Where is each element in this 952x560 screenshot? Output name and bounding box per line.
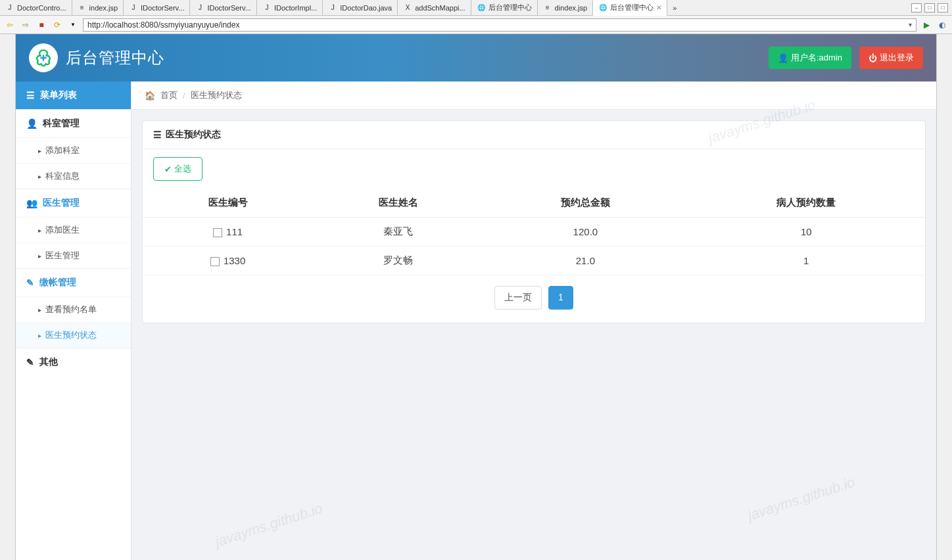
more-tabs-button[interactable]: » (667, 0, 682, 16)
menu-item[interactable]: 科室信息 (16, 163, 131, 189)
ide-tab[interactable]: XaddSchMappi... (398, 0, 471, 16)
user-label: 用户名:admin (791, 52, 842, 64)
ide-tab[interactable]: JIDoctorServ... (124, 0, 190, 16)
breadcrumb-home[interactable]: 首页 (160, 89, 178, 101)
cell-amount: 21.0 (483, 246, 687, 275)
section-icon: ✎ (26, 277, 34, 288)
tab-label: IDoctorServ... (141, 4, 184, 12)
ide-tab[interactable]: JIDoctorServ... (190, 0, 256, 16)
select-all-button[interactable]: ✔ 全选 (153, 157, 202, 181)
menu-item[interactable]: 添加医生 (16, 217, 131, 243)
table-header: 医生姓名 (313, 189, 483, 218)
menu-section[interactable]: 👥医生管理 (16, 189, 131, 217)
url-dropdown-icon[interactable]: ▾ (909, 21, 912, 28)
file-icon: 🌐 (477, 3, 486, 12)
table-header: 病人预约数量 (688, 189, 925, 218)
cell-count: 10 (688, 218, 925, 246)
sidebar: ☰ 菜单列表 👤科室管理添加科室科室信息👥医生管理添加医生医生管理✎缴帐管理查看… (16, 82, 131, 560)
minimize-icon[interactable]: – (911, 3, 922, 12)
menu-item[interactable]: 添加科室 (16, 137, 131, 163)
panel-toolbar: ✔ 全选 (143, 149, 925, 189)
url-bar[interactable]: http://localhost:8080/ssmyiyuanyuyue/ind… (83, 18, 916, 32)
cell-name: 秦亚飞 (313, 218, 483, 246)
list-icon: ☰ (153, 129, 162, 140)
back-icon[interactable]: ⇦ (4, 19, 16, 31)
file-icon: J (195, 3, 204, 12)
panel-title: 医生预约状态 (166, 129, 221, 141)
section-title: 其他 (39, 356, 58, 368)
prev-page-button[interactable]: 上一页 (494, 286, 542, 310)
go-icon[interactable]: ▶ (920, 19, 932, 31)
menu-section[interactable]: 👤科室管理 (16, 109, 131, 137)
stop-icon[interactable]: ■ (36, 19, 47, 31)
section-icon: ✎ (26, 357, 34, 367)
section-title: 缴帐管理 (39, 277, 76, 289)
ide-tab[interactable]: JIDoctorImpl... (257, 0, 323, 16)
logout-button[interactable]: ⏻ 退出登录 (859, 47, 923, 69)
list-icon: ☰ (26, 90, 35, 101)
table-row: 1330罗文畅21.01 (143, 246, 925, 275)
dropdown-icon[interactable]: ▼ (67, 19, 79, 31)
tab-label: 后台管理中心 (488, 3, 532, 12)
home-icon: 🏠 (145, 91, 155, 101)
menu-item-label: 科室信息 (45, 170, 80, 182)
ide-tab[interactable]: JIDoctorDao.java (323, 0, 398, 16)
close-icon[interactable]: ✕ (656, 4, 661, 11)
check-icon: ✔ (164, 164, 172, 174)
menu-item-label: 医生管理 (45, 250, 80, 262)
table-header: 医生编号 (143, 189, 313, 218)
section-title: 医生管理 (43, 197, 80, 209)
file-icon: J (328, 3, 337, 12)
breadcrumb-current: 医生预约状态 (191, 89, 242, 101)
browser-icon[interactable]: ◐ (936, 19, 948, 31)
ide-nav-toolbar: ⇦ ⇨ ■ ⟳ ▼ http://localhost:8080/ssmyiyua… (0, 16, 952, 34)
ide-tab[interactable]: JDoctorContro... (0, 0, 72, 16)
refresh-icon[interactable]: ⟳ (51, 19, 63, 31)
menu-item-label: 添加科室 (45, 145, 80, 156)
select-all-label: 全选 (174, 163, 191, 175)
ide-tab[interactable]: ≡dindex.jsp (538, 0, 594, 16)
menu-header: ☰ 菜单列表 (16, 82, 131, 109)
forward-icon[interactable]: ⇨ (20, 19, 32, 31)
file-icon: 🌐 (598, 3, 607, 12)
menu-item-label: 添加医生 (45, 224, 80, 236)
ide-right-gutter (936, 34, 952, 560)
menu-section[interactable]: ✎其他 (16, 348, 131, 376)
section-icon: 👤 (26, 118, 37, 129)
ide-tab[interactable]: ≡index.jsp (72, 0, 124, 16)
breadcrumb-separator: / (183, 91, 185, 101)
tab-label: index.jsp (89, 4, 118, 12)
file-icon: ≡ (543, 3, 552, 12)
file-icon: ≡ (78, 3, 87, 12)
app-body: ☰ 菜单列表 👤科室管理添加科室科室信息👥医生管理添加医生医生管理✎缴帐管理查看… (16, 82, 936, 560)
row-checkbox[interactable] (213, 228, 222, 237)
data-table: 医生编号医生姓名预约总金额病人预约数量 111秦亚飞120.0101330罗文畅… (143, 189, 925, 275)
ide-tab[interactable]: 🌐后台管理中心✕ (593, 0, 667, 16)
user-button[interactable]: 👤 用户名:admin (769, 47, 851, 69)
menu-item-label: 查看预约名单 (45, 304, 97, 315)
row-checkbox[interactable] (210, 257, 220, 266)
menu-section[interactable]: ✎缴帐管理 (16, 268, 131, 296)
content-area: 🏠 首页 / 医生预约状态 ☰ 医生预约状态 ✔ 全选 医生编号医生姓名预约总 (131, 82, 936, 560)
menu-item[interactable]: 医生管理 (16, 243, 131, 268)
logout-label: 退出登录 (880, 52, 914, 64)
tab-label: DoctorContro... (17, 4, 66, 12)
tab-label: IDoctorImpl... (274, 4, 317, 12)
app-container: 后台管理中心 👤 用户名:admin ⏻ 退出登录 ☰ 菜单列表 👤科室管理添加… (16, 34, 936, 560)
url-text: http://localhost:8080/ssmyiyuanyuyue/ind… (87, 20, 239, 30)
menu-item[interactable]: 医生预约状态 (16, 322, 131, 348)
table-row: 111秦亚飞120.010 (143, 218, 925, 246)
app-header: 后台管理中心 👤 用户名:admin ⏻ 退出登录 (16, 34, 936, 82)
logo (29, 43, 58, 72)
tab-label: IDoctorDao.java (340, 4, 392, 12)
menu-item[interactable]: 查看预约名单 (16, 296, 131, 322)
logo-icon (34, 49, 53, 67)
maximize-icon[interactable]: □ (938, 3, 948, 12)
file-icon: J (5, 3, 14, 12)
tab-label: 后台管理中心 (610, 3, 654, 12)
restore-icon[interactable]: □ (924, 3, 935, 12)
user-icon: 👤 (778, 53, 788, 63)
ide-tab[interactable]: 🌐后台管理中心 (471, 0, 538, 16)
page-1-button[interactable]: 1 (548, 286, 573, 310)
cell-id: 1330 (143, 246, 313, 275)
